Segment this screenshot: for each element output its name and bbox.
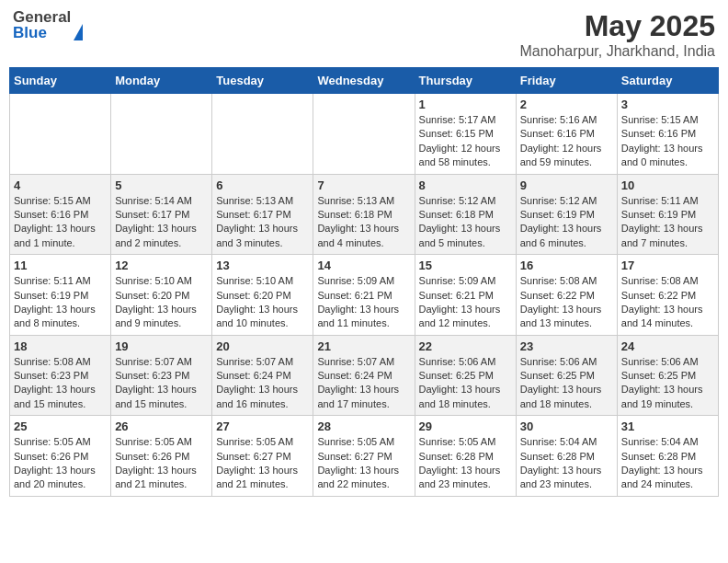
day-number: 4 <box>14 178 107 192</box>
day-info: Sunrise: 5:04 AM Sunset: 6:28 PM Dayligh… <box>520 435 613 492</box>
logo-blue: Blue <box>13 25 71 40</box>
title-section: May 2025 Manoharpur, Jharkhand, India <box>519 9 715 60</box>
day-number: 24 <box>621 339 714 353</box>
day-info: Sunrise: 5:10 AM Sunset: 6:20 PM Dayligh… <box>216 274 309 331</box>
day-info: Sunrise: 5:11 AM Sunset: 6:19 PM Dayligh… <box>14 274 107 331</box>
day-info: Sunrise: 5:07 AM Sunset: 6:23 PM Dayligh… <box>115 355 208 412</box>
day-number: 3 <box>621 98 714 111</box>
calendar-week-row: 11Sunrise: 5:11 AM Sunset: 6:19 PM Dayli… <box>10 255 719 336</box>
day-info: Sunrise: 5:10 AM Sunset: 6:20 PM Dayligh… <box>115 274 208 331</box>
day-number: 28 <box>317 419 410 433</box>
logo-text: General Blue <box>13 9 71 40</box>
calendar-week-row: 1Sunrise: 5:17 AM Sunset: 6:15 PM Daylig… <box>10 94 719 175</box>
day-info: Sunrise: 5:04 AM Sunset: 6:28 PM Dayligh… <box>621 435 714 492</box>
logo: General Blue <box>13 9 83 40</box>
day-number: 21 <box>317 339 410 353</box>
calendar-day-cell: 30Sunrise: 5:04 AM Sunset: 6:28 PM Dayli… <box>516 416 617 497</box>
day-number: 25 <box>14 419 107 433</box>
page-header: General Blue May 2025 Manoharpur, Jharkh… <box>9 9 719 60</box>
day-info: Sunrise: 5:05 AM Sunset: 6:26 PM Dayligh… <box>115 435 208 492</box>
calendar-day-cell: 21Sunrise: 5:07 AM Sunset: 6:24 PM Dayli… <box>313 335 415 416</box>
calendar-day-header: Friday <box>516 68 617 94</box>
day-number: 7 <box>317 178 410 192</box>
calendar-day-cell: 9Sunrise: 5:12 AM Sunset: 6:19 PM Daylig… <box>516 174 617 255</box>
day-info: Sunrise: 5:07 AM Sunset: 6:24 PM Dayligh… <box>216 355 309 412</box>
calendar-day-cell <box>10 94 111 175</box>
day-number: 29 <box>419 419 512 433</box>
calendar-day-cell: 22Sunrise: 5:06 AM Sunset: 6:25 PM Dayli… <box>415 335 516 416</box>
calendar-day-cell: 14Sunrise: 5:09 AM Sunset: 6:21 PM Dayli… <box>313 255 415 336</box>
calendar-day-header: Monday <box>111 68 212 94</box>
location-subtitle: Manoharpur, Jharkhand, India <box>519 43 715 60</box>
day-number: 12 <box>115 259 208 272</box>
day-number: 20 <box>216 339 309 353</box>
calendar-day-cell: 29Sunrise: 5:05 AM Sunset: 6:28 PM Dayli… <box>415 416 516 497</box>
calendar-day-header: Sunday <box>10 68 111 94</box>
calendar-day-cell: 19Sunrise: 5:07 AM Sunset: 6:23 PM Dayli… <box>111 335 212 416</box>
calendar-day-cell <box>313 94 415 175</box>
logo-triangle-icon <box>74 24 83 40</box>
calendar-header-row: SundayMondayTuesdayWednesdayThursdayFrid… <box>10 68 719 94</box>
calendar-day-cell: 25Sunrise: 5:05 AM Sunset: 6:26 PM Dayli… <box>10 416 111 497</box>
calendar-day-cell: 2Sunrise: 5:16 AM Sunset: 6:16 PM Daylig… <box>516 94 617 175</box>
day-number: 16 <box>520 259 613 272</box>
calendar-day-header: Saturday <box>617 68 718 94</box>
day-info: Sunrise: 5:05 AM Sunset: 6:28 PM Dayligh… <box>419 435 512 492</box>
day-info: Sunrise: 5:05 AM Sunset: 6:27 PM Dayligh… <box>317 435 410 492</box>
day-number: 1 <box>419 98 512 111</box>
calendar-day-cell: 12Sunrise: 5:10 AM Sunset: 6:20 PM Dayli… <box>111 255 212 336</box>
calendar-week-row: 25Sunrise: 5:05 AM Sunset: 6:26 PM Dayli… <box>10 416 719 497</box>
day-info: Sunrise: 5:05 AM Sunset: 6:27 PM Dayligh… <box>216 435 309 492</box>
day-info: Sunrise: 5:13 AM Sunset: 6:17 PM Dayligh… <box>216 194 309 251</box>
day-number: 17 <box>621 259 714 272</box>
day-info: Sunrise: 5:09 AM Sunset: 6:21 PM Dayligh… <box>419 274 512 331</box>
day-info: Sunrise: 5:06 AM Sunset: 6:25 PM Dayligh… <box>419 355 512 412</box>
day-number: 8 <box>419 178 512 192</box>
day-number: 9 <box>520 178 613 192</box>
day-info: Sunrise: 5:07 AM Sunset: 6:24 PM Dayligh… <box>317 355 410 412</box>
calendar-day-header: Thursday <box>415 68 516 94</box>
day-number: 31 <box>621 419 714 433</box>
day-number: 10 <box>621 178 714 192</box>
calendar-day-cell: 28Sunrise: 5:05 AM Sunset: 6:27 PM Dayli… <box>313 416 415 497</box>
day-info: Sunrise: 5:08 AM Sunset: 6:22 PM Dayligh… <box>621 274 714 331</box>
day-number: 5 <box>115 178 208 192</box>
calendar-day-cell: 27Sunrise: 5:05 AM Sunset: 6:27 PM Dayli… <box>212 416 313 497</box>
calendar-week-row: 18Sunrise: 5:08 AM Sunset: 6:23 PM Dayli… <box>10 335 719 416</box>
calendar-day-header: Tuesday <box>212 68 313 94</box>
calendar-table: SundayMondayTuesdayWednesdayThursdayFrid… <box>9 67 719 497</box>
day-info: Sunrise: 5:08 AM Sunset: 6:22 PM Dayligh… <box>520 274 613 331</box>
calendar-day-cell: 1Sunrise: 5:17 AM Sunset: 6:15 PM Daylig… <box>415 94 516 175</box>
day-info: Sunrise: 5:05 AM Sunset: 6:26 PM Dayligh… <box>14 435 107 492</box>
calendar-week-row: 4Sunrise: 5:15 AM Sunset: 6:16 PM Daylig… <box>10 174 719 255</box>
day-number: 19 <box>115 339 208 353</box>
logo-general: General <box>13 9 71 25</box>
calendar-day-cell: 6Sunrise: 5:13 AM Sunset: 6:17 PM Daylig… <box>212 174 313 255</box>
calendar-day-cell: 5Sunrise: 5:14 AM Sunset: 6:17 PM Daylig… <box>111 174 212 255</box>
day-info: Sunrise: 5:08 AM Sunset: 6:23 PM Dayligh… <box>14 355 107 412</box>
day-number: 15 <box>419 259 512 272</box>
calendar-day-cell: 8Sunrise: 5:12 AM Sunset: 6:18 PM Daylig… <box>415 174 516 255</box>
day-info: Sunrise: 5:06 AM Sunset: 6:25 PM Dayligh… <box>520 355 613 412</box>
calendar-day-cell: 3Sunrise: 5:15 AM Sunset: 6:16 PM Daylig… <box>617 94 718 175</box>
day-info: Sunrise: 5:15 AM Sunset: 6:16 PM Dayligh… <box>14 194 107 251</box>
calendar-day-cell: 23Sunrise: 5:06 AM Sunset: 6:25 PM Dayli… <box>516 335 617 416</box>
day-info: Sunrise: 5:12 AM Sunset: 6:19 PM Dayligh… <box>520 194 613 251</box>
day-info: Sunrise: 5:09 AM Sunset: 6:21 PM Dayligh… <box>317 274 410 331</box>
day-number: 13 <box>216 259 309 272</box>
day-info: Sunrise: 5:17 AM Sunset: 6:15 PM Dayligh… <box>419 113 512 170</box>
calendar-day-cell: 10Sunrise: 5:11 AM Sunset: 6:19 PM Dayli… <box>617 174 718 255</box>
calendar-day-cell <box>212 94 313 175</box>
day-info: Sunrise: 5:13 AM Sunset: 6:18 PM Dayligh… <box>317 194 410 251</box>
day-number: 14 <box>317 259 410 272</box>
calendar-day-cell: 31Sunrise: 5:04 AM Sunset: 6:28 PM Dayli… <box>617 416 718 497</box>
day-number: 2 <box>520 98 613 111</box>
calendar-day-cell: 7Sunrise: 5:13 AM Sunset: 6:18 PM Daylig… <box>313 174 415 255</box>
day-number: 11 <box>14 259 107 272</box>
calendar-day-header: Wednesday <box>313 68 415 94</box>
day-number: 30 <box>520 419 613 433</box>
calendar-day-cell: 16Sunrise: 5:08 AM Sunset: 6:22 PM Dayli… <box>516 255 617 336</box>
day-number: 26 <box>115 419 208 433</box>
day-number: 22 <box>419 339 512 353</box>
day-info: Sunrise: 5:11 AM Sunset: 6:19 PM Dayligh… <box>621 194 714 251</box>
